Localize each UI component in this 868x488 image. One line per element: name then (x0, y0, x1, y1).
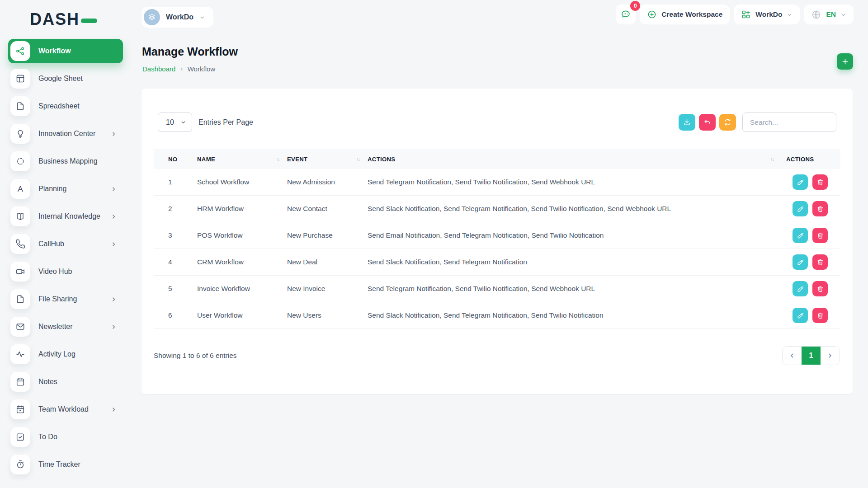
internal-knowledge-icon (10, 206, 30, 226)
reset-button[interactable] (699, 114, 716, 131)
cell-event: New Deal (287, 258, 368, 266)
time-tracker-icon (10, 455, 30, 474)
sidebar-item-team-workload[interactable]: Team Workload (8, 397, 123, 422)
sidebar-item-workflow[interactable]: Workflow (8, 39, 123, 63)
column-header-no: NO (154, 156, 197, 163)
sidebar-item-newsletter[interactable]: Newsletter (8, 314, 123, 339)
language-label: EN (826, 10, 836, 19)
pencil-icon (797, 205, 804, 213)
spreadsheet-icon (10, 96, 30, 116)
delete-button[interactable] (812, 228, 828, 243)
trash-icon (816, 232, 824, 239)
pencil-icon (797, 285, 804, 293)
chat-icon (620, 9, 631, 20)
edit-button[interactable] (793, 281, 808, 296)
add-workflow-button[interactable] (837, 53, 853, 70)
circle-plus-icon (647, 9, 657, 19)
trash-icon (816, 178, 824, 186)
create-workspace-button[interactable]: Create Workspace (640, 5, 730, 24)
refresh-icon (723, 118, 732, 127)
delete-button[interactable] (812, 281, 828, 296)
cell-no: 1 (154, 178, 197, 186)
cell-event: New Users (287, 311, 368, 319)
pencil-icon (797, 178, 804, 186)
cell-actions: Send Slack Notification, Send Telegram N… (368, 205, 786, 213)
pagination-prev-button[interactable] (783, 347, 802, 365)
edit-button[interactable] (793, 174, 808, 190)
chevron-right-icon (111, 407, 117, 413)
cell-name: Invoice Workflow (197, 285, 287, 293)
sidebar-item-label: Internal Knowledge (38, 212, 100, 221)
sidebar-item-label: Planning (38, 185, 66, 193)
column-header-row-actions: ACTIONS (786, 156, 840, 163)
app-logo[interactable]: DASH (30, 10, 97, 29)
sidebar-item-to-do[interactable]: To Do (8, 425, 123, 449)
table-row: 5 Invoice Workflow New Invoice Send Tele… (154, 276, 840, 302)
sidebar-item-label: File Sharing (38, 295, 77, 303)
delete-button[interactable] (812, 308, 828, 323)
pagination-current-page[interactable]: 1 (802, 347, 821, 365)
delete-button[interactable] (812, 201, 828, 216)
edit-button[interactable] (793, 254, 808, 270)
sidebar-item-planning[interactable]: Planning (8, 177, 123, 201)
entries-per-page-select[interactable]: 10 (158, 113, 192, 132)
cell-actions: Send Slack Notification, Send Telegram N… (368, 311, 786, 319)
cell-name: HRM Workflow (197, 205, 287, 213)
refresh-button[interactable] (719, 114, 736, 131)
breadcrumb-dashboard-link[interactable]: Dashboard (142, 65, 175, 73)
edit-button[interactable] (793, 201, 808, 216)
delete-button[interactable] (812, 174, 828, 190)
sidebar-item-label: To Do (38, 433, 57, 441)
chevron-right-icon (827, 352, 833, 359)
sort-icon[interactable]: ↑↓ (276, 156, 279, 162)
pencil-icon (797, 232, 804, 239)
sidebar-item-activity-log[interactable]: Activity Log (8, 342, 123, 366)
sidebar-item-label: Google Sheet (38, 75, 83, 83)
sidebar-item-innovation-center[interactable]: Innovation Center (8, 122, 123, 146)
edit-button[interactable] (793, 308, 808, 323)
sidebar-item-label: Innovation Center (38, 130, 95, 138)
plus-icon (841, 57, 849, 66)
sidebar-item-callhub[interactable]: CallHub (8, 232, 123, 256)
building-icon (144, 9, 160, 25)
google-sheet-icon (10, 69, 30, 89)
entries-per-page-value: 10 (166, 118, 174, 127)
table-row: 6 User Workflow New Users Send Slack Not… (154, 302, 840, 329)
chevron-down-icon (840, 12, 846, 18)
export-button[interactable] (679, 114, 695, 131)
sidebar-item-video-hub[interactable]: Video Hub (8, 259, 123, 284)
sidebar-item-google-sheet[interactable]: Google Sheet (8, 66, 123, 91)
edit-button[interactable] (793, 228, 808, 243)
sidebar-item-spreadsheet[interactable]: Spreadsheet (8, 94, 123, 118)
cell-event: New Purchase (287, 231, 368, 239)
sort-icon[interactable]: ↑↓ (770, 156, 774, 162)
to-do-icon (10, 427, 30, 447)
sidebar-item-business-mapping[interactable]: Business Mapping (8, 149, 123, 174)
cell-name: CRM Workflow (197, 258, 287, 266)
workspace-switcher[interactable]: WorkDo (734, 5, 800, 24)
sidebar-item-time-tracker[interactable]: Time Tracker (8, 452, 123, 477)
team-workload-icon (10, 399, 30, 419)
header-actions: 0 Create Workspace WorkDo EN (616, 5, 854, 24)
chevron-right-icon: › (180, 66, 182, 72)
pagination-next-button[interactable] (821, 347, 840, 365)
search-input[interactable] (742, 113, 836, 132)
workspace-name: WorkDo (166, 13, 193, 21)
delete-button[interactable] (812, 254, 828, 270)
breadcrumb: Dashboard › Workflow (142, 65, 215, 73)
sort-icon[interactable]: ↑↓ (356, 156, 359, 162)
sidebar-item-internal-knowledge[interactable]: Internal Knowledge (8, 204, 123, 229)
sidebar-item-label: Notes (38, 378, 57, 386)
sidebar-item-notes[interactable]: Notes (8, 370, 123, 394)
workspace-pill[interactable]: WorkDo (142, 7, 213, 28)
pencil-icon (797, 258, 804, 266)
trash-icon (816, 258, 824, 266)
chevron-down-icon (180, 119, 186, 125)
cell-name: POS Workflow (197, 231, 287, 239)
language-selector[interactable]: EN (804, 5, 854, 24)
cell-no: 6 (154, 311, 197, 319)
messages-button[interactable]: 0 (616, 5, 636, 24)
sidebar-item-label: CallHub (38, 240, 64, 248)
sidebar-item-file-sharing[interactable]: File Sharing (8, 287, 123, 311)
sidebar-menu: Workflow Google Sheet Spreadsheet Innova… (8, 39, 123, 480)
